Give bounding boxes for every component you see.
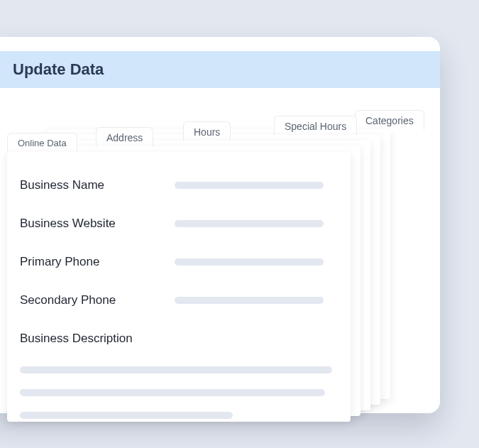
tab-hours[interactable]: Hours (183, 121, 231, 141)
field-label: Business Name (20, 178, 175, 192)
field-row-secondary-phone: Secondary Phone (20, 281, 338, 319)
field-row-primary-phone: Primary Phone (20, 243, 338, 281)
field-row-business-name: Business Name (20, 166, 338, 204)
tab-label: Address (106, 132, 143, 143)
tab-card-online-data: Business Name Business Website Primary P… (7, 152, 351, 422)
description-placeholder-block (20, 366, 338, 419)
field-value-placeholder[interactable] (175, 297, 324, 304)
field-row-business-description: Business Description (20, 319, 338, 358)
tab-online-data[interactable]: Online Data (7, 133, 77, 153)
field-value-placeholder[interactable] (175, 182, 324, 189)
tab-label: Categories (365, 115, 414, 126)
tab-label: Hours (194, 126, 220, 138)
description-line[interactable] (20, 412, 233, 419)
tab-special-hours[interactable]: Special Hours (274, 116, 357, 136)
field-label: Secondary Phone (20, 293, 175, 307)
field-row-business-website: Business Website (20, 204, 338, 243)
field-label: Business Description (20, 332, 175, 346)
field-value-placeholder[interactable] (175, 258, 324, 266)
page-title: Update Data (13, 60, 104, 79)
tab-label: Special Hours (285, 121, 346, 132)
field-label: Primary Phone (20, 255, 175, 269)
tab-stack: Categories Special Hours Hours Address O… (0, 99, 426, 426)
field-value-placeholder[interactable] (175, 220, 324, 227)
field-label: Business Website (20, 217, 175, 231)
tab-label: Online Data (18, 138, 67, 148)
update-data-window: Update Data Categories Special Hours Hou… (0, 37, 440, 413)
header-bar: Update Data (0, 51, 440, 88)
description-line[interactable] (20, 389, 325, 396)
tab-address[interactable]: Address (96, 127, 153, 147)
tab-categories[interactable]: Categories (355, 110, 424, 130)
description-line[interactable] (20, 366, 332, 373)
